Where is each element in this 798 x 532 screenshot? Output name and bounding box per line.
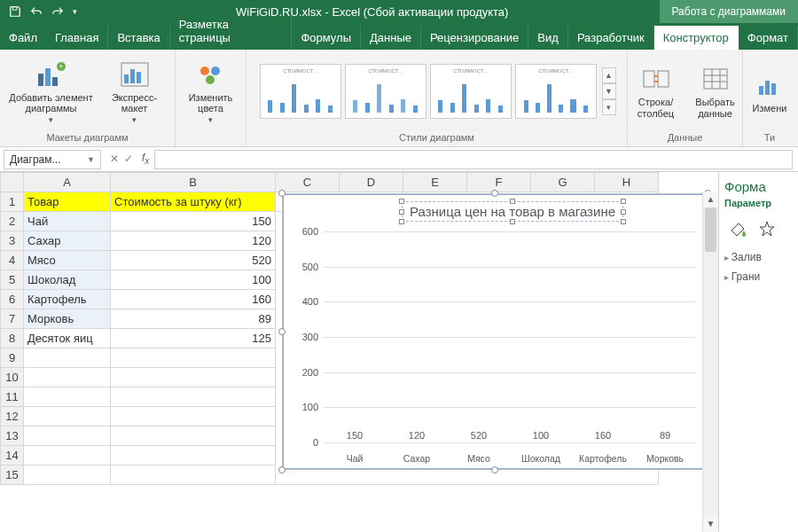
save-button[interactable]	[5, 2, 25, 21]
tab-insert[interactable]: Вставка	[108, 26, 169, 50]
tab-file[interactable]: Файл	[0, 26, 46, 50]
cell[interactable]	[111, 466, 276, 485]
name-box[interactable]: Диаграм... ▼	[4, 150, 101, 169]
cell[interactable]	[24, 446, 111, 466]
row-header[interactable]: 15	[1, 466, 24, 485]
cell[interactable]	[24, 407, 111, 426]
change-colors-button[interactable]: Изменить цвета▾	[179, 59, 243, 125]
row-header[interactable]: 11	[1, 387, 24, 407]
paint-bucket-icon[interactable]	[724, 217, 751, 240]
row-header[interactable]: 2	[1, 212, 24, 231]
row-header[interactable]: 8	[1, 329, 24, 348]
tab-developer[interactable]: Разработчик	[568, 26, 654, 50]
scroll-thumb[interactable]	[705, 207, 716, 252]
resize-handle[interactable]	[278, 190, 286, 197]
cell[interactable]: Картофель	[24, 290, 111, 309]
styles-scroll-down[interactable]: ▼	[602, 83, 616, 99]
row-header[interactable]: 5	[1, 270, 24, 290]
fx-icon[interactable]: fx	[142, 152, 149, 166]
col-header-C[interactable]: C	[276, 173, 340, 192]
cell[interactable]: 125	[111, 329, 276, 348]
cell[interactable]	[24, 387, 111, 407]
cancel-formula-icon[interactable]: ✕	[110, 153, 119, 165]
tab-page-layout[interactable]: Разметка страницы	[170, 12, 293, 50]
cell[interactable]	[24, 348, 111, 368]
cell[interactable]: 89	[111, 309, 276, 329]
cell[interactable]: 120	[111, 231, 276, 251]
add-chart-element-button[interactable]: + Добавить элемент диаграммы▾	[9, 59, 94, 125]
row-header[interactable]: 4	[1, 251, 24, 270]
row-header[interactable]: 14	[1, 446, 24, 466]
border-section[interactable]: Грани	[724, 267, 793, 286]
fill-section[interactable]: Залив	[724, 247, 793, 267]
change-chart-type-button[interactable]: Измени	[746, 69, 794, 114]
row-header[interactable]: 3	[1, 231, 24, 251]
name-box-dropdown-icon[interactable]: ▼	[87, 155, 95, 164]
cell[interactable]: Стоимость за штуку (кг)	[111, 192, 276, 212]
row-header[interactable]: 6	[1, 290, 24, 309]
styles-scroll-up[interactable]: ▲	[602, 67, 616, 83]
cell[interactable]	[24, 368, 111, 387]
cell[interactable]: 160	[111, 290, 276, 309]
col-header-D[interactable]: D	[340, 173, 403, 192]
cell[interactable]: Сахар	[24, 231, 111, 251]
col-header-F[interactable]: F	[467, 173, 531, 192]
col-header-E[interactable]: E	[403, 173, 467, 192]
chart-style-2[interactable]: СТОИМОСТ...	[345, 64, 426, 119]
cell[interactable]: 150	[111, 212, 276, 231]
cell[interactable]: Шоколад	[24, 270, 111, 290]
tab-data[interactable]: Данные	[361, 26, 421, 50]
tab-home[interactable]: Главная	[46, 26, 108, 50]
chart-style-4[interactable]: СТОИМОСТ...	[515, 64, 597, 119]
col-header-B[interactable]: B	[111, 173, 276, 192]
effects-icon[interactable]	[754, 217, 780, 240]
tab-review[interactable]: Рецензирование	[421, 26, 528, 50]
select-all-corner[interactable]	[1, 173, 24, 192]
cell[interactable]: 520	[111, 251, 276, 270]
formula-bar-input[interactable]	[154, 150, 793, 169]
col-header-H[interactable]: H	[595, 173, 659, 192]
cell[interactable]: 100	[111, 270, 276, 290]
undo-button[interactable]	[27, 2, 46, 21]
resize-handle[interactable]	[491, 190, 498, 197]
tab-chart-format[interactable]: Формат	[739, 26, 798, 50]
cell[interactable]	[111, 387, 276, 407]
row-header[interactable]: 13	[1, 426, 24, 446]
worksheet-grid[interactable]: A B C D E F G H 1ТоварСтоимость за штуку…	[0, 172, 718, 532]
chart-plot-area[interactable]: 15012052010016089	[324, 231, 696, 442]
cell[interactable]: Чай	[24, 212, 111, 231]
tab-chart-design[interactable]: Конструктор	[654, 26, 739, 50]
col-header-G[interactable]: G	[531, 173, 595, 192]
row-header[interactable]: 12	[1, 407, 24, 426]
chart-style-1[interactable]: СТОИМОСТ...	[260, 64, 341, 119]
tab-formulas[interactable]: Формулы	[292, 26, 361, 50]
resize-handle[interactable]	[278, 466, 286, 473]
cell[interactable]	[111, 426, 276, 446]
customize-qa-dropdown[interactable]: ▾	[69, 2, 80, 21]
chart-style-3[interactable]: СТОИМОСТ...	[430, 64, 512, 119]
row-header[interactable]: 10	[1, 368, 24, 387]
tab-view[interactable]: Вид	[528, 26, 568, 50]
resize-handle[interactable]	[491, 466, 498, 473]
scroll-up-button[interactable]: ▲	[703, 192, 718, 207]
styles-gallery-more[interactable]: ▾	[602, 99, 616, 115]
row-header[interactable]: 9	[1, 348, 24, 368]
cell[interactable]	[111, 407, 276, 426]
switch-row-column-button[interactable]: Строка/столбец	[630, 63, 682, 119]
cell[interactable]: Морковь	[24, 309, 111, 329]
select-data-button[interactable]: Выбрать данные	[691, 63, 740, 119]
cell[interactable]	[24, 426, 111, 446]
cell[interactable]	[111, 348, 276, 368]
scroll-down-button[interactable]: ▼	[703, 516, 718, 532]
enter-formula-icon[interactable]: ✓	[124, 153, 133, 165]
col-header-A[interactable]: A	[24, 173, 111, 192]
cell[interactable]: Товар	[24, 192, 111, 212]
row-header[interactable]: 1	[1, 192, 24, 212]
redo-button[interactable]	[48, 2, 67, 21]
cell[interactable]: Десяток яиц	[24, 329, 111, 348]
cell[interactable]	[111, 446, 276, 466]
cell[interactable]: Мясо	[24, 251, 111, 270]
row-header[interactable]: 7	[1, 309, 24, 329]
cell[interactable]	[24, 466, 111, 485]
quick-layout-button[interactable]: Экспресс-макет▾	[103, 59, 167, 125]
